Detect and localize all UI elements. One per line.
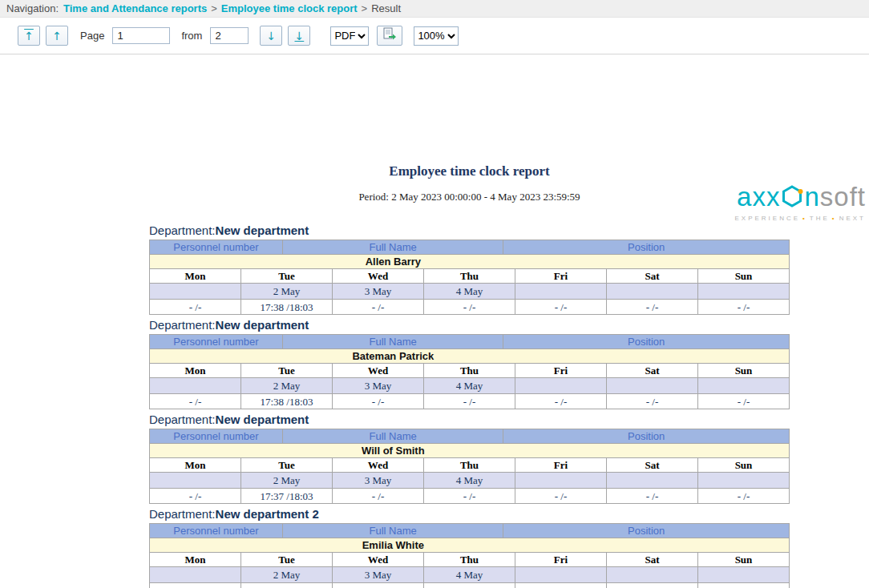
date-cell	[698, 473, 790, 489]
date-cell: 3 May	[333, 473, 424, 489]
date-cell: 2 May	[241, 284, 333, 300]
time-cell: - /-	[424, 489, 515, 504]
day-header-cell: Wed	[333, 269, 424, 284]
date-cell	[607, 378, 698, 394]
nav-link-employee-time-clock-report[interactable]: Employee time clock report	[221, 2, 358, 14]
column-header-cell: Full Name	[282, 335, 503, 349]
date-row: 2 May3 May4 May	[150, 473, 790, 489]
department-name: New department	[216, 413, 309, 426]
nav-link-time-attendance-reports[interactable]: Time and Attendance reports	[63, 2, 207, 14]
column-header-cell: Position	[503, 524, 790, 538]
time-cell: - /-	[150, 300, 241, 315]
column-header-row: Personnel numberFull NamePosition	[150, 429, 790, 444]
time-cell: - /-	[424, 300, 515, 315]
time-row: - /-17:38 /18:03- /-- /-- /-- /-- /-	[150, 300, 790, 315]
logo-text-axx: axx	[737, 183, 780, 211]
day-header-cell: Sat	[607, 458, 698, 473]
column-header-cell: Position	[503, 240, 790, 255]
date-cell: 4 May	[424, 473, 515, 489]
day-header-cell: Thu	[424, 269, 515, 284]
date-row: 2 May3 May4 May	[150, 567, 790, 583]
day-header-row: MonTueWedThuFriSatSun	[150, 458, 790, 473]
time-cell: - /-	[607, 583, 698, 588]
report-section: Department:New departmentPersonnel numbe…	[149, 412, 790, 504]
column-header-cell: Full Name	[282, 429, 503, 444]
export-format-select[interactable]: PDF	[330, 26, 369, 46]
date-cell: 2 May	[241, 473, 333, 489]
report-section: Department:New department 2Personnel num…	[149, 506, 790, 588]
first-page-button[interactable]: ↑	[18, 26, 40, 46]
day-header-cell: Sun	[698, 269, 790, 284]
department-label: Department:	[149, 507, 216, 521]
employee-name: Will of Smith	[152, 444, 635, 457]
time-cell: - /-	[515, 300, 607, 315]
date-cell	[698, 378, 790, 394]
employee-name: Allen Barry	[152, 255, 635, 268]
employee-name-row: Allen Barry	[150, 255, 790, 269]
department-row: Department:New department	[149, 223, 790, 238]
time-cell: - /-	[515, 489, 607, 504]
department-name: New department	[216, 318, 309, 332]
day-header-cell: Sat	[607, 553, 698, 567]
employee-name-row: Emilia White	[150, 538, 790, 553]
day-header-cell: Sat	[607, 269, 698, 284]
zoom-select[interactable]: 100%	[414, 26, 459, 46]
page-number-input[interactable]	[112, 27, 170, 44]
department-name: New department	[216, 224, 309, 237]
department-row: Department:New department	[149, 412, 790, 427]
date-cell: 4 May	[424, 378, 515, 394]
section-header-table: Personnel numberFull NamePositionBateman…	[149, 334, 790, 364]
date-cell: 2 May	[241, 567, 333, 583]
day-header-cell: Tue	[241, 553, 333, 567]
column-header-cell: Personnel number	[150, 524, 283, 538]
employee-name: Emilia White	[152, 538, 635, 552]
day-header-cell: Tue	[241, 364, 333, 378]
day-header-cell: Tue	[241, 269, 333, 284]
days-table: MonTueWedThuFriSatSun2 May3 May4 May- /-…	[149, 552, 790, 588]
time-cell: - /-	[698, 489, 790, 504]
total-pages-input[interactable]	[210, 27, 249, 44]
day-header-cell: Thu	[424, 458, 515, 473]
department-label: Department:	[149, 224, 216, 237]
employee-name-row: Bateman Patrick	[150, 349, 790, 364]
axxonsoft-logo: axx n soft EXPERIENCE•THE•NEXT	[734, 183, 866, 222]
last-page-button[interactable]: ↓	[288, 26, 310, 46]
breadcrumb-separator: >	[362, 2, 368, 14]
days-table: MonTueWedThuFriSatSun2 May3 May4 May- /-…	[149, 268, 790, 315]
time-cell: - /-	[698, 583, 790, 588]
days-table: MonTueWedThuFriSatSun2 May3 May4 May- /-…	[149, 363, 790, 409]
date-cell	[607, 284, 698, 300]
time-cell: - /-	[698, 300, 790, 315]
time-cell: 17:38 /18:03	[241, 394, 333, 409]
time-cell: - /-	[333, 583, 424, 588]
day-header-cell: Wed	[333, 553, 424, 567]
time-cell: - /-	[607, 489, 698, 504]
date-cell	[515, 473, 607, 489]
export-button[interactable]	[377, 26, 402, 46]
day-header-row: MonTueWedThuFriSatSun	[150, 269, 790, 284]
page-label: Page	[80, 30, 104, 42]
arrow-up-icon: ↑	[52, 30, 62, 42]
time-cell: 17:39 /18:03	[241, 583, 333, 588]
time-row: - /-17:38 /18:03- /-- /-- /-- /-- /-	[150, 394, 790, 409]
employee-name-row: Will of Smith	[150, 444, 790, 458]
tagline-dot: •	[832, 215, 837, 222]
last-page-icon: ↓	[295, 30, 305, 42]
next-page-button[interactable]: ↓	[260, 26, 282, 46]
day-header-cell: Fri	[515, 269, 607, 284]
day-header-cell: Tue	[241, 458, 333, 473]
employee-name-cell: Emilia White	[150, 538, 790, 553]
logo-text-soft: soft	[820, 183, 866, 211]
day-header-cell: Mon	[150, 269, 241, 284]
column-header-cell: Position	[503, 429, 790, 444]
date-row: 2 May3 May4 May	[150, 378, 790, 394]
date-cell	[515, 378, 607, 394]
tagline-dot: •	[802, 215, 807, 222]
previous-page-button[interactable]: ↑	[46, 26, 68, 46]
day-header-cell: Mon	[150, 458, 241, 473]
date-cell: 2 May	[241, 378, 333, 394]
date-cell	[607, 473, 698, 489]
logo-text-n: n	[804, 183, 819, 211]
day-header-cell: Wed	[333, 458, 424, 473]
time-cell: 17:38 /18:03	[241, 300, 333, 315]
